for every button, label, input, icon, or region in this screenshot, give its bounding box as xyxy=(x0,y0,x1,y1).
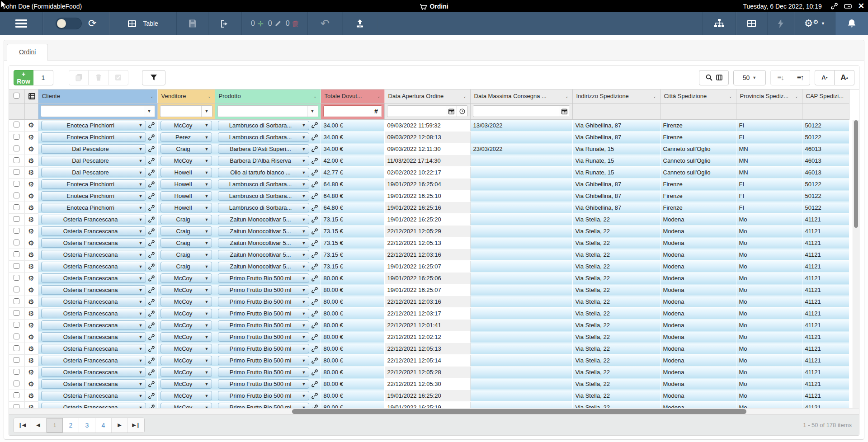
cap-cell[interactable]: 41121 xyxy=(802,296,849,308)
link-record-icon[interactable] xyxy=(311,169,318,176)
undo-icon[interactable]: ↶ xyxy=(321,18,330,29)
venditore-dropdown[interactable]: Howell▼ xyxy=(160,179,212,189)
citta-cell[interactable]: Modena xyxy=(660,237,736,249)
filter-venditore-dropdown[interactable]: ▼ xyxy=(201,106,212,117)
row-gear-icon[interactable]: ⚙ xyxy=(24,132,38,143)
upload-icon[interactable] xyxy=(355,19,364,28)
provincia-cell[interactable]: Mo xyxy=(736,226,802,237)
cliente-dropdown[interactable]: Enoteca Pinchiorri▼ xyxy=(41,179,146,189)
citta-cell[interactable]: Canneto sull'Oglio xyxy=(660,167,736,179)
citta-cell[interactable]: Modena xyxy=(660,355,736,367)
select-confirm-button[interactable] xyxy=(108,70,128,85)
venditore-dropdown[interactable]: Howell▼ xyxy=(160,203,212,212)
link-record-icon[interactable] xyxy=(311,158,318,164)
link-record-icon[interactable] xyxy=(148,205,155,211)
provincia-cell[interactable]: FI xyxy=(736,132,802,143)
indirizzo-cell[interactable]: Via Stella, 22 xyxy=(572,331,660,343)
filter-apertura-input[interactable] xyxy=(387,106,446,117)
prodotto-dropdown[interactable]: Primo Frutto Bio 500 ml▼ xyxy=(218,356,309,365)
apertura-cell[interactable]: 22/12/2021 12:05:13 xyxy=(384,237,470,249)
row-checkbox[interactable] xyxy=(14,251,19,257)
row-gear-icon[interactable]: ⚙ xyxy=(24,167,38,179)
venditore-dropdown[interactable]: McCoy▼ xyxy=(160,403,212,408)
consegna-cell[interactable]: 23/03/2022 xyxy=(470,143,572,155)
cliente-dropdown[interactable]: Osteria Francescana▼ xyxy=(41,238,146,248)
column-header-totale[interactable]: Totale Dovut...⌄ xyxy=(321,89,384,103)
cliente-dropdown[interactable]: Dal Pescatore▼ xyxy=(41,144,146,154)
venditore-dropdown[interactable]: Craig▼ xyxy=(160,215,212,224)
cliente-dropdown[interactable]: Osteria Francescana▼ xyxy=(41,320,146,330)
totale-cell[interactable]: 73.15 € xyxy=(321,226,384,237)
prodotto-dropdown[interactable]: Lambrusco di Sorbara...▼ xyxy=(218,179,309,189)
row-checkbox[interactable] xyxy=(14,181,19,187)
sort-desc-button[interactable]: ≡↓ xyxy=(770,70,790,85)
row-checkbox[interactable] xyxy=(14,381,19,386)
totale-cell[interactable]: 80.00 € xyxy=(321,355,384,367)
indirizzo-cell[interactable]: Via Stella, 22 xyxy=(572,226,660,237)
venditore-dropdown[interactable]: McCoy▼ xyxy=(160,273,212,283)
indirizzo-cell[interactable]: Via Runate, 15 xyxy=(572,143,660,155)
link-record-icon[interactable] xyxy=(148,158,155,164)
select-all-checkbox[interactable] xyxy=(14,93,19,99)
provincia-cell[interactable]: Mo xyxy=(736,273,802,284)
indirizzo-cell[interactable]: Via Stella, 22 xyxy=(572,343,660,355)
indirizzo-cell[interactable]: Via Ghibellina, 87 xyxy=(572,132,660,143)
provincia-cell[interactable]: MN xyxy=(736,167,802,179)
provincia-cell[interactable]: Mo xyxy=(736,390,802,402)
row-checkbox[interactable] xyxy=(14,275,19,281)
totale-cell[interactable]: 80.00 € xyxy=(321,284,384,296)
link-record-icon[interactable] xyxy=(148,240,155,246)
citta-cell[interactable]: Modena xyxy=(660,343,736,355)
row-gear-icon[interactable]: ⚙ xyxy=(24,226,38,237)
column-header-prodotto[interactable]: Prodotto⌄ xyxy=(215,89,321,103)
apertura-cell[interactable]: 22/12/2021 12:03:16 xyxy=(384,249,470,261)
citta-cell[interactable]: Modena xyxy=(660,249,736,261)
totale-cell[interactable]: 80.00 € xyxy=(321,378,384,390)
apertura-cell[interactable]: 19/01/2022 16:25:06 xyxy=(384,273,470,284)
cliente-dropdown[interactable]: Osteria Francescana▼ xyxy=(41,215,146,224)
link-record-icon[interactable] xyxy=(311,263,318,270)
venditore-dropdown[interactable]: McCoy▼ xyxy=(160,156,212,165)
next-page-button[interactable]: ▶ xyxy=(112,418,128,433)
totale-cell[interactable]: 73.15 € xyxy=(321,249,384,261)
consegna-cell[interactable] xyxy=(470,202,572,214)
row-gear-icon[interactable]: ⚙ xyxy=(24,343,38,355)
cap-cell[interactable]: 50122 xyxy=(802,120,849,132)
calendar-icon[interactable] xyxy=(446,106,457,117)
indirizzo-cell[interactable]: Via Stella, 22 xyxy=(572,284,660,296)
link-record-icon[interactable] xyxy=(311,240,318,246)
totale-cell[interactable]: 64.80 € xyxy=(321,202,384,214)
refresh-icon[interactable]: ⟳ xyxy=(88,19,96,28)
cliente-dropdown[interactable]: Osteria Francescana▼ xyxy=(41,344,146,353)
totale-cell[interactable]: 80.00 € xyxy=(321,308,384,320)
link-record-icon[interactable] xyxy=(148,169,155,176)
prodotto-dropdown[interactable]: Lambrusco di Sorbara...▼ xyxy=(218,203,309,212)
indirizzo-cell[interactable]: Via Stella, 22 xyxy=(572,367,660,378)
apertura-cell[interactable]: 22/12/2021 12:05:30 xyxy=(384,378,470,390)
link-record-icon[interactable] xyxy=(311,193,318,199)
select-all-header[interactable] xyxy=(9,89,24,103)
prodotto-dropdown[interactable]: Primo Frutto Bio 500 ml▼ xyxy=(218,273,309,283)
prodotto-dropdown[interactable]: Zaitun Monocoltivar 5...▼ xyxy=(218,226,309,236)
citta-cell[interactable]: Modena xyxy=(660,320,736,331)
cap-cell[interactable]: 41121 xyxy=(802,284,849,296)
indirizzo-cell[interactable]: Via Stella, 22 xyxy=(572,214,660,226)
apertura-cell[interactable]: 19/01/2022 16:25:04 xyxy=(384,179,470,190)
grid-icon[interactable] xyxy=(747,19,756,28)
column-header-apertura[interactable]: Data Apertura Ordine⌄ xyxy=(384,89,470,103)
citta-cell[interactable]: Firenze xyxy=(660,120,736,132)
provincia-cell[interactable]: MN xyxy=(736,155,802,167)
cap-cell[interactable]: 41121 xyxy=(802,355,849,367)
link-record-icon[interactable] xyxy=(311,310,318,317)
prodotto-dropdown[interactable]: Lambrusco di Sorbara...▼ xyxy=(218,132,309,142)
vertical-scrollbar-thumb[interactable] xyxy=(854,120,858,228)
provincia-cell[interactable]: Mo xyxy=(736,355,802,367)
row-gear-icon[interactable]: ⚙ xyxy=(24,120,38,132)
citta-cell[interactable]: Modena xyxy=(660,261,736,273)
link-record-icon[interactable] xyxy=(311,357,318,364)
column-header-consegna[interactable]: Data Massima Consegna ...⌄ xyxy=(470,89,572,103)
page-button-2[interactable]: 2 xyxy=(63,418,79,433)
row-gear-icon[interactable]: ⚙ xyxy=(24,367,38,378)
venditore-dropdown[interactable]: McCoy▼ xyxy=(160,379,212,389)
column-header-cliente[interactable]: Cliente⌄ xyxy=(38,89,157,103)
